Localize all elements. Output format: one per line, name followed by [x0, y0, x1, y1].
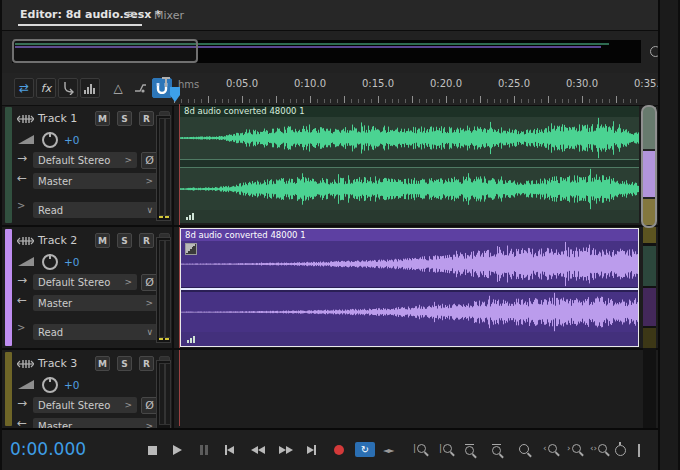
- audition-multitrack-window: Editor: 8d audio.sesx * ≡ Mixer ⇄ fx △: [0, 0, 680, 470]
- loop-playback-button[interactable]: ↻: [355, 442, 375, 457]
- zoom-in-amplitude-button[interactable]: [465, 444, 474, 457]
- gain-value[interactable]: +0: [64, 134, 79, 146]
- track-name[interactable]: Track 3: [38, 357, 77, 370]
- track-name[interactable]: Track 1: [38, 112, 77, 125]
- expand-track-icon[interactable]: >: [17, 200, 25, 211]
- waveform-track1-left[interactable]: [180, 117, 639, 159]
- clip-gain-icon[interactable]: [181, 332, 638, 346]
- playhead-handle[interactable]: [168, 85, 182, 103]
- expand-track-icon[interactable]: >: [17, 322, 25, 333]
- gain-value[interactable]: +0: [64, 379, 79, 391]
- navigator-segment: [643, 246, 656, 286]
- zoom-in-at-out-point-button[interactable]: ›: [567, 444, 581, 453]
- output-select[interactable]: Master>: [33, 295, 158, 311]
- panel-menu-icon[interactable]: ≡: [126, 7, 136, 21]
- navigator-segment: [643, 288, 656, 326]
- zoom-navigator: [2, 31, 678, 75]
- zoom-out-amplitude-button[interactable]: [492, 444, 501, 457]
- output-arrow-icon: ←: [17, 416, 27, 428]
- record-button[interactable]: [334, 444, 344, 456]
- waveform-track2-left[interactable]: [181, 241, 638, 287]
- ruler-ticks[interactable]: [174, 73, 644, 105]
- zoom-in-time-button[interactable]: |: [413, 444, 426, 453]
- waveform-track1-right[interactable]: [180, 168, 639, 210]
- input-select[interactable]: Default Stereo>: [33, 397, 137, 413]
- skip-selection-button[interactable]: ◄►: [383, 444, 393, 456]
- pan-knob[interactable]: [42, 377, 58, 393]
- routing-icon[interactable]: [58, 78, 78, 98]
- waveform-track2-right[interactable]: [181, 292, 638, 332]
- transport-bar: 0:00.000 ↻ ◄► | | ‹ › ‹›: [2, 428, 658, 470]
- pan-knob[interactable]: [42, 254, 58, 270]
- clip-fx-badge[interactable]: [185, 243, 197, 255]
- arm-record-button[interactable]: R: [139, 356, 154, 371]
- pause-button[interactable]: [199, 444, 209, 456]
- multitrack-editor: ⇄ fx △ hms 0:05.0 0:10.0 0:15.0: [2, 73, 680, 428]
- play-button[interactable]: [173, 444, 182, 456]
- solo-button[interactable]: S: [117, 111, 132, 126]
- input-arrow-icon: →: [17, 396, 27, 410]
- navigator-view-range-handle[interactable]: [12, 39, 198, 63]
- input-arrow-icon: →: [17, 151, 27, 165]
- metering-icon[interactable]: [80, 78, 100, 98]
- track2-color-strip[interactable]: [5, 229, 12, 346]
- mute-button[interactable]: M: [95, 233, 110, 248]
- arm-record-button[interactable]: R: [139, 233, 154, 248]
- track-row-3: Track 3 M S R I +0 → Default Stereo> Ø ←…: [2, 350, 680, 428]
- fast-forward-button[interactable]: [279, 444, 293, 456]
- metronome-icon[interactable]: △: [108, 78, 128, 98]
- automation-mode-select[interactable]: Read∨: [33, 324, 158, 340]
- arm-record-button[interactable]: R: [139, 111, 154, 126]
- mute-button[interactable]: M: [95, 356, 110, 371]
- zoom-to-selection-button[interactable]: ‹›: [590, 444, 607, 453]
- clip-title: 8d audio converted 48000 1: [181, 229, 638, 241]
- pan-knob[interactable]: [42, 132, 58, 148]
- timer-record-icon[interactable]: [615, 444, 626, 456]
- vertical-track-navigator[interactable]: [643, 105, 656, 428]
- track-type-icon: [17, 236, 34, 246]
- track-meter: [156, 360, 171, 428]
- volume-ramp-icon[interactable]: [17, 256, 35, 267]
- volume-ramp-icon[interactable]: [17, 379, 35, 390]
- tab-editor[interactable]: Editor: 8d audio.sesx *: [20, 8, 161, 21]
- ibeam-icon[interactable]: [638, 444, 640, 456]
- output-arrow-icon: ←: [17, 293, 27, 307]
- time-display[interactable]: 0:00.000: [10, 439, 86, 459]
- input-select[interactable]: Default Stereo>: [33, 274, 137, 290]
- clip-gain-icon[interactable]: [180, 210, 639, 223]
- panel-tab-bar: Editor: 8d audio.sesx * ≡ Mixer: [2, 0, 678, 31]
- move-tool-icon[interactable]: ⇄: [14, 78, 34, 98]
- clip-track1[interactable]: 8d audio converted 48000 1: [180, 106, 639, 223]
- track-meter: [156, 115, 171, 221]
- automation-mode-select[interactable]: Read∨: [33, 202, 158, 218]
- clip-track2-selected[interactable]: 8d audio converted 48000 1: [180, 228, 639, 347]
- clip-title: 8d audio converted 48000 1: [180, 106, 639, 117]
- mute-button[interactable]: M: [95, 111, 110, 126]
- rewind-button[interactable]: [251, 444, 265, 456]
- active-tab-underline: [18, 24, 142, 26]
- vertical-scroll-thumb[interactable]: [641, 105, 657, 228]
- solo-button[interactable]: S: [117, 356, 132, 371]
- output-select[interactable]: Master>: [33, 173, 158, 189]
- slip-tool-icon[interactable]: [130, 78, 150, 98]
- stop-button[interactable]: [148, 444, 157, 456]
- navigator-segment: [643, 227, 656, 243]
- track1-color-strip[interactable]: [5, 107, 12, 223]
- track-name[interactable]: Track 2: [38, 234, 77, 247]
- solo-button[interactable]: S: [117, 233, 132, 248]
- volume-ramp-icon[interactable]: [17, 134, 35, 145]
- tab-mixer[interactable]: Mixer: [154, 9, 184, 22]
- zoom-in-at-in-point-button[interactable]: ‹: [543, 444, 557, 453]
- skip-to-end-button[interactable]: [307, 444, 316, 456]
- output-select[interactable]: Master>: [33, 418, 158, 428]
- panel-right-gutter: [658, 0, 680, 470]
- skip-to-start-button[interactable]: [225, 444, 234, 456]
- gain-value[interactable]: +0: [64, 256, 79, 268]
- track-row-1: Track 1 M S R I +0 → Default Stereo> Ø ←…: [2, 105, 680, 225]
- zoom-out-full-button[interactable]: [519, 444, 529, 454]
- fx-toggle-icon[interactable]: fx: [36, 78, 56, 98]
- zoom-out-time-button[interactable]: |: [439, 444, 452, 453]
- output-arrow-icon: ←: [17, 171, 27, 185]
- track3-color-strip[interactable]: [5, 352, 12, 426]
- input-select[interactable]: Default Stereo>: [33, 152, 137, 168]
